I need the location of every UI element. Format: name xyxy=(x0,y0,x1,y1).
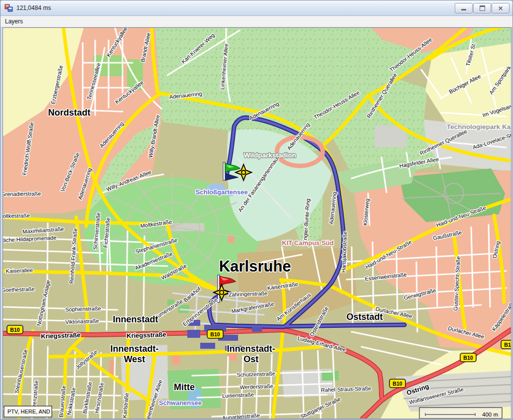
scale-bar: 400 m xyxy=(419,408,502,419)
road-shield-b10: B10 xyxy=(501,340,511,349)
district-label: Nordstadt xyxy=(48,108,91,118)
svg-text:B10: B10 xyxy=(504,342,511,348)
road-shield-b10: B10 xyxy=(207,330,223,338)
water-label: Schwanensee xyxy=(159,399,202,407)
app-icon xyxy=(4,4,13,12)
maximize-button[interactable] xyxy=(473,3,491,13)
street-label: Grenadierstraße xyxy=(3,190,41,197)
poi-label: Technologiepark Karlsr xyxy=(447,123,511,131)
poi-label: Wildparkstadion xyxy=(244,151,296,159)
street-label: Moltkestraße xyxy=(3,212,30,219)
app-window: 121,0484 ms Layers xyxy=(0,0,513,420)
district-label: Oststadt xyxy=(346,312,383,322)
map-attribution: PTV, HERE, AND xyxy=(4,406,52,417)
poi-label: KIT Campus Süd xyxy=(282,239,334,247)
map-canvas[interactable]: ErzbergerstraßeTennesseealleeKentuckyall… xyxy=(2,27,512,419)
street-label: Luisenstraße xyxy=(222,392,254,399)
menu-item-layers[interactable]: Layers xyxy=(0,16,27,26)
svg-text:B10: B10 xyxy=(463,355,473,361)
street-label: Kaiserallee xyxy=(5,267,33,274)
svg-text:B10: B10 xyxy=(210,331,220,337)
svg-text:B10: B10 xyxy=(10,327,19,333)
street-label: Sophienstraße xyxy=(65,305,101,312)
street-label: Werderstraße xyxy=(240,383,273,390)
water-label: Schloßgartensee xyxy=(196,188,248,196)
minimize-icon xyxy=(461,5,466,10)
street-label: Kriegsstraße xyxy=(127,331,166,340)
window-title: 121,0484 ms xyxy=(16,4,455,11)
district-label: Innenstadt xyxy=(113,314,158,324)
titlebar[interactable]: 121,0484 ms xyxy=(0,0,513,16)
menu-bar: Layers xyxy=(0,16,513,27)
street-label: Goethestraße xyxy=(3,286,35,293)
map-svg: ErzbergerstraßeTennesseealleeKentuckyall… xyxy=(3,28,511,419)
street-label: Kriegsstraße xyxy=(41,331,81,340)
svg-text:B10: B10 xyxy=(392,381,402,387)
attribution-text: PTV, HERE, AND xyxy=(7,409,50,415)
minimize-button[interactable] xyxy=(455,3,473,13)
street-label: Viktoriastraße xyxy=(65,318,99,325)
close-button[interactable] xyxy=(492,3,510,13)
road-shield-b10: B10 xyxy=(7,325,23,334)
district-label: Mitte xyxy=(174,382,195,392)
city-label: Karlsruhe xyxy=(219,258,291,275)
road-shield-b10: B10 xyxy=(389,379,405,388)
maximize-icon xyxy=(480,5,485,11)
road-shield-b10: B10 xyxy=(460,353,476,362)
scale-label: 400 m xyxy=(482,412,498,418)
close-icon xyxy=(498,3,503,12)
